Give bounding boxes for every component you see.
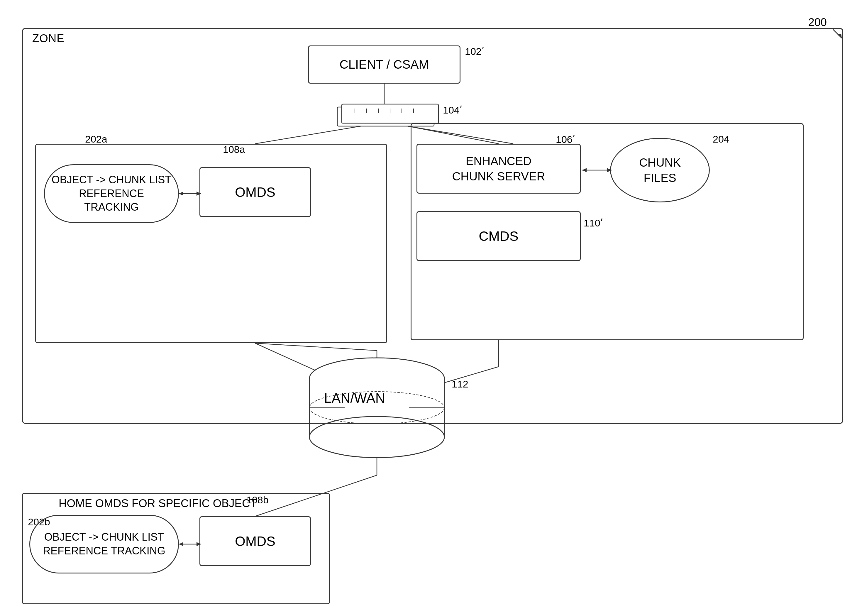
omds-label-bottom: OMDS — [235, 533, 275, 549]
client-label: CLIENT / CSAM — [340, 58, 429, 72]
enhanced-server-box: ENHANCEDCHUNK SERVER — [416, 144, 581, 193]
diagram: 200 — [0, 0, 862, 616]
client-box: CLIENT / CSAM — [308, 46, 460, 83]
label-104: 104ʹ — [443, 104, 462, 116]
label-204: 204 — [713, 134, 729, 145]
chunk-files-label: CHUNKFILES — [639, 155, 681, 185]
home-omds-title: HOME OMDS FOR SPECIFIC OBJECT — [59, 497, 257, 510]
label-112: 112 — [452, 379, 468, 390]
cmds-box: CMDS — [416, 211, 581, 261]
omds-box-bottom: OMDS — [199, 516, 311, 566]
chunk-list-label: OBJECT -> CHUNK LISTREFERENCE TRACKING — [45, 173, 178, 214]
omds-label: OMDS — [235, 184, 275, 200]
label-110: 110ʹ — [584, 217, 603, 229]
label-108a: 108a — [223, 144, 245, 155]
chunk-files-box: CHUNKFILES — [610, 138, 710, 203]
cmds-label: CMDS — [479, 228, 518, 244]
chunk-list-box-bottom: OBJECT -> CHUNK LISTREFERENCE TRACKING — [29, 515, 179, 574]
lanwan-label: LAN/WAN — [324, 390, 385, 406]
omds-box: OMDS — [199, 167, 311, 217]
label-106: 106ʹ — [556, 134, 575, 145]
label-102: 102ʹ — [465, 46, 484, 57]
chunk-list-label-bottom: OBJECT -> CHUNK LISTREFERENCE TRACKING — [37, 530, 171, 558]
figure-number: 200 — [808, 16, 827, 29]
label-108b: 108b — [247, 494, 268, 506]
label-202a: 202a — [85, 134, 107, 145]
chunk-list-box: OBJECT -> CHUNK LISTREFERENCE TRACKING — [44, 164, 179, 223]
enhanced-server-label: ENHANCEDCHUNK SERVER — [452, 153, 545, 184]
